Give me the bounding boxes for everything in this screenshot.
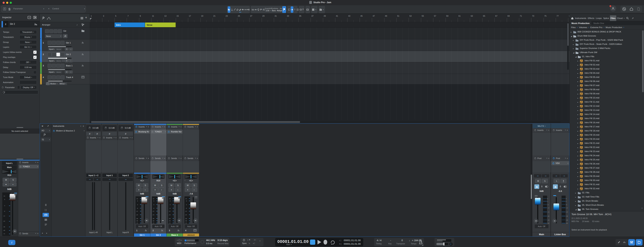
row-checkbox[interactable] [33, 71, 36, 74]
gain-value[interactable]: 0dB [134, 193, 150, 195]
strip-name-bar[interactable]: stereo1 [183, 233, 199, 236]
inserts-header[interactable]: Inserts▾+ [184, 125, 198, 128]
quantize-select[interactable]: Quantize1/16▾ [265, 6, 272, 13]
insert-plugin-TONEX[interactable]: TONEX▾ [150, 130, 166, 134]
listen-tool[interactable] [247, 6, 250, 13]
expander-icon[interactable]: ▸ [575, 204, 576, 206]
expander-icon[interactable]: ▸ [573, 39, 574, 41]
input-label[interactable]: Input 1 + 2 [86, 173, 101, 177]
track-volume-bar[interactable] [48, 46, 72, 47]
mixfx-header[interactable] [551, 124, 569, 128]
row-value[interactable]: Timestretch▾ [20, 30, 37, 34]
inserts-header[interactable]: Inserts▾+ [86, 136, 100, 139]
iq-button[interactable]: IQ [262, 6, 265, 13]
track-notes-field[interactable] [2, 90, 38, 94]
instrument-item[interactable]: Modern & Massive 2▾ [53, 129, 84, 133]
file-intro-fill-12-mid[interactable]: ▸MIDIIntro Fill 12.mid [570, 104, 644, 108]
browser-tab-loops[interactable]: Loops [595, 16, 602, 21]
monitor-button[interactable] [60, 64, 64, 68]
collapse-chevron-icon[interactable]: ⌃ [259, 240, 261, 243]
channel-link-icon[interactable] [13, 229, 17, 233]
pan-value[interactable]: <C> [134, 179, 150, 182]
tempo-curve-icon[interactable]: ∿ [248, 242, 250, 244]
mono-check-icon[interactable] [534, 184, 539, 189]
inserts-body[interactable] [86, 140, 102, 172]
file-intro-fill-06-mid[interactable]: ▸MIDIIntro Fill 06.mid [570, 80, 644, 84]
inserts-body[interactable] [102, 140, 118, 172]
folder-05-short-drum-breaks[interactable]: ▸05. Short Drum Breaks [570, 203, 644, 207]
panel-resize-corner[interactable] [422, 244, 423, 246]
minimize-button[interactable] [6, 2, 8, 4]
hand-icon[interactable] [8, 7, 12, 11]
file-intro-fill-14-mid[interactable]: ▸MIDIIntro Fill 14.mid [570, 113, 644, 117]
expander-icon[interactable]: ▸ [578, 180, 578, 181]
file-intro-fill-13-mid[interactable]: ▸MIDIIntro Fill 13.mid [570, 108, 644, 113]
record-arm-button[interactable] [56, 64, 60, 68]
loop-button[interactable] [330, 239, 336, 245]
info-button[interactable]: i [8, 240, 15, 245]
record-panel-icon[interactable] [296, 6, 299, 13]
channel-pan-slider[interactable] [2, 169, 17, 174]
precount-icon[interactable]: |·⚑ [248, 239, 250, 241]
track-volume-bar[interactable] [48, 81, 72, 82]
tab-overflow-caret[interactable]: ▾ [624, 18, 624, 19]
row-value[interactable]: Default▾ [20, 75, 37, 79]
expander-icon[interactable]: ▸ [578, 122, 578, 124]
breadcrumb-volumes[interactable]: Volumes [579, 26, 587, 29]
close-button[interactable] [2, 2, 5, 4]
instruments-header[interactable]: Instruments▾+ [53, 125, 84, 128]
expander-icon[interactable]: ◢ [575, 56, 576, 58]
io-button[interactable]: I/O▾ [41, 128, 51, 133]
channel-editor-button[interactable]: ▾ [41, 137, 51, 142]
solo-button[interactable] [52, 53, 56, 57]
folder-diy-punk-rock-pop-punk-ssd5-midi-pack[interactable]: ▸DIY Punk Rock - Pop Punk - SSD5 Midi Pa… [570, 38, 644, 42]
inserts-body[interactable] [532, 133, 551, 155]
browser-tab-splice[interactable]: Splice [602, 16, 610, 21]
folder-drum-midi-grooves[interactable]: ◢Drum Midi Grooves [570, 34, 644, 38]
track-header-bass-1[interactable]: ∿3Bass 1Input LMonoO▾ [40, 62, 90, 74]
cursor-follow-icon[interactable] [294, 6, 296, 13]
channel-solo-button[interactable]: S [10, 178, 16, 182]
expander-icon[interactable]: ▸ [578, 155, 578, 157]
solo-button[interactable] [52, 75, 56, 79]
arranger-lane[interactable]: IntroVerse [90, 22, 570, 28]
sends-header[interactable]: Sends▾+ [135, 157, 149, 159]
post-header[interactable]: Post▾+ [552, 157, 568, 159]
split-tool[interactable] [233, 6, 236, 13]
mixfx-header[interactable]: Mix FX▾ [532, 124, 551, 128]
expander-icon[interactable]: ▸ [578, 85, 578, 87]
stereo-link-icon[interactable] [194, 218, 198, 223]
edit-pencil-button[interactable] [616, 239, 622, 245]
track-input-select[interactable]: Input LMono [48, 59, 62, 62]
record-arm-button[interactable] [56, 75, 60, 79]
detach-browser-icon[interactable]: ↗ [632, 17, 634, 20]
strip-name-bar[interactable]: Bass 1 [166, 233, 183, 236]
file-intro-fill-23-mid[interactable]: ▸MIDIIntro Fill 23.mid [570, 150, 644, 154]
arranger-section-verse[interactable]: Verse [145, 23, 176, 27]
expander-icon[interactable]: ▸ [578, 93, 578, 95]
track-io-button[interactable]: O [65, 48, 68, 51]
speaker-icon[interactable]: ◄⫿ [252, 242, 255, 244]
monitor-button[interactable]: ◐ [175, 188, 181, 192]
vscroll-handle[interactable] [567, 23, 569, 46]
solo-button[interactable]: S [159, 183, 164, 187]
channel-input-button[interactable]: Input L [2, 161, 17, 165]
browser-subtab-studio-one[interactable]: Studio One [591, 21, 606, 25]
stereo-toggle-icon[interactable] [563, 184, 568, 189]
mix-view-button[interactable] [628, 239, 635, 245]
record-arm-button[interactable]: ● [185, 188, 190, 192]
expander-icon[interactable]: ▸ [578, 101, 578, 103]
post-insert-VSX[interactable]: VSX▾ [551, 161, 569, 165]
home-icon[interactable] [630, 7, 634, 11]
file-intro-fill-28-mid[interactable]: ▸MIDIIntro Fill 28.mid [570, 170, 644, 174]
file-intro-fill-24-mid[interactable]: ▸MIDIIntro Fill 24.mid [570, 154, 644, 158]
talkback-mic-icon[interactable] [558, 184, 562, 189]
automation-mode-button[interactable]: Auto: Off [136, 224, 148, 228]
select-tool[interactable] [228, 6, 230, 13]
record-arm-button[interactable] [56, 53, 60, 57]
track-io-button[interactable]: O [65, 71, 68, 74]
mute-button[interactable]: M [535, 179, 541, 183]
folder-group-select[interactable]: None▾ [45, 34, 62, 38]
inserts-header[interactable]: Inserts▾+ [119, 136, 133, 139]
expander-icon[interactable]: ▸ [578, 147, 578, 149]
